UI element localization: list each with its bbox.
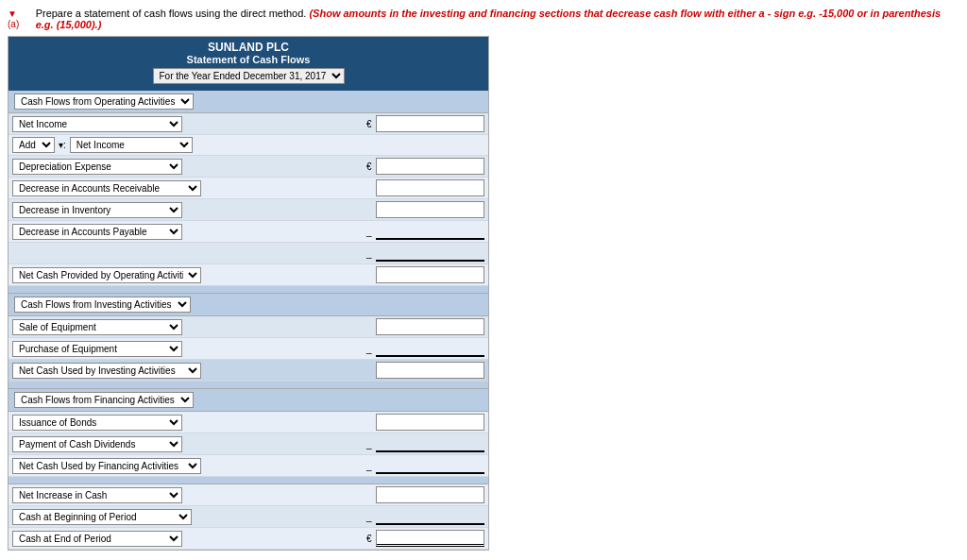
page-wrapper: ▼ (a) Prepare a statement of cash flows … xyxy=(8,8,959,551)
sale-equip-row: Sale of Equipment xyxy=(8,316,488,338)
decrease-ap-prefix: _ xyxy=(366,227,374,237)
cash-beginning-select[interactable]: Cash at Beginning of Period xyxy=(12,509,192,525)
decrease-ap-input[interactable] xyxy=(376,223,484,240)
op-subtotal-input[interactable] xyxy=(376,245,484,262)
net-increase-select[interactable]: Net Increase in Cash xyxy=(12,487,182,503)
issuance-bonds-input-area xyxy=(366,414,484,431)
cash-end-input-area: € xyxy=(366,530,484,547)
payment-div-input-area: _ xyxy=(366,435,484,452)
net-cash-fin-select[interactable]: Net Cash Used by Financing Activities xyxy=(12,458,201,474)
sale-equip-select[interactable]: Sale of Equipment xyxy=(12,319,182,335)
decrease-ap-input-area: _ xyxy=(366,223,484,240)
net-cash-op-input[interactable] xyxy=(376,266,484,283)
spacer-3 xyxy=(8,477,488,484)
payment-div-label: Payment of Cash Dividends xyxy=(12,436,366,452)
cash-beginning-row: Cash at Beginning of Period _ xyxy=(8,506,488,528)
net-cash-op-row: Net Cash Provided by Operating Activitie… xyxy=(8,264,488,286)
decrease-inv-label: Decrease in Inventory xyxy=(12,202,366,218)
add-net-income-row: Add ▾: Net Income xyxy=(8,135,488,156)
net-income-input-area: € xyxy=(366,115,484,132)
decrease-inv-select[interactable]: Decrease in Inventory xyxy=(12,202,182,218)
net-cash-fin-input-area: _ xyxy=(366,457,484,474)
investing-header: Cash Flows from Investing Activities xyxy=(8,294,488,316)
decrease-ap-row: Decrease in Accounts Payable _ xyxy=(8,221,488,243)
cash-beginning-label: Cash at Beginning of Period xyxy=(12,509,366,525)
statement-header: SUNLAND PLC Statement of Cash Flows For … xyxy=(8,37,488,91)
operating-header: Cash Flows from Operating Activities xyxy=(8,91,488,113)
depreciation-input-area: € xyxy=(366,158,484,175)
issuance-bonds-input[interactable] xyxy=(376,414,484,431)
net-increase-input-area xyxy=(366,486,484,503)
net-cash-inv-input-area xyxy=(366,362,484,379)
financing-header-select[interactable]: Cash Flows from Financing Activities xyxy=(14,392,194,408)
net-cash-inv-input[interactable] xyxy=(376,362,484,379)
payment-div-select[interactable]: Payment of Cash Dividends xyxy=(12,436,182,452)
toggle-icon[interactable]: ▼ (a) xyxy=(8,8,30,29)
net-cash-fin-label: Net Cash Used by Financing Activities xyxy=(12,458,366,474)
spacer-2 xyxy=(8,382,488,389)
decrease-ap-label: Decrease in Accounts Payable xyxy=(12,224,366,240)
op-subtotal-row: _ xyxy=(8,243,488,264)
company-name: SUNLAND PLC xyxy=(16,41,481,54)
issuance-bonds-row: Issuance of Bonds xyxy=(8,412,488,433)
instruction-prefix: Prepare a statement of cash flows using … xyxy=(36,8,307,19)
net-cash-op-select[interactable]: Net Cash Provided by Operating Activitie… xyxy=(12,267,201,283)
purchase-equip-input-area: _ xyxy=(366,340,484,357)
net-increase-row: Net Increase in Cash xyxy=(8,484,488,506)
decrease-ap-select[interactable]: Decrease in Accounts Payable xyxy=(12,224,182,240)
depreciation-prefix: € xyxy=(366,161,374,172)
net-cash-op-label: Net Cash Provided by Operating Activitie… xyxy=(12,267,366,283)
instruction-section: ▼ (a) Prepare a statement of cash flows … xyxy=(8,8,959,30)
issuance-bonds-select[interactable]: Issuance of Bonds xyxy=(12,415,182,431)
net-income-input[interactable] xyxy=(376,115,484,132)
sale-equip-input-area xyxy=(366,318,484,335)
cash-beginning-input[interactable] xyxy=(376,508,484,525)
payment-div-row: Payment of Cash Dividends _ xyxy=(8,433,488,455)
operating-header-select[interactable]: Cash Flows from Operating Activities xyxy=(14,93,194,110)
decrease-ar-row: Decrease in Accounts Receivable xyxy=(8,178,488,199)
net-cash-inv-select[interactable]: Net Cash Used by Investing Activities xyxy=(12,363,201,379)
decrease-ar-label: Decrease in Accounts Receivable xyxy=(12,180,366,196)
decrease-ar-input[interactable] xyxy=(376,179,484,196)
op-subtotal-input-area: _ xyxy=(366,245,484,262)
add-select[interactable]: Add xyxy=(12,137,55,153)
sale-equip-input[interactable] xyxy=(376,318,484,335)
net-income-prefix: € xyxy=(366,119,374,129)
investing-header-select[interactable]: Cash Flows from Investing Activities xyxy=(14,297,191,313)
payment-div-input[interactable] xyxy=(376,435,484,452)
depreciation-select[interactable]: Depreciation Expense xyxy=(12,159,182,175)
statement-container: SUNLAND PLC Statement of Cash Flows For … xyxy=(8,36,489,551)
net-income-label-area: Net Income xyxy=(12,116,366,132)
purchase-equip-input[interactable] xyxy=(376,340,484,357)
cash-beginning-input-area: _ xyxy=(366,508,484,525)
net-income-row: Net Income € xyxy=(8,113,488,135)
add-item-select[interactable]: Net Income xyxy=(70,137,193,153)
decrease-inv-input[interactable] xyxy=(376,201,484,218)
depreciation-input[interactable] xyxy=(376,158,484,175)
net-income-select[interactable]: Net Income xyxy=(12,116,182,132)
net-cash-inv-label: Net Cash Used by Investing Activities xyxy=(12,363,366,379)
net-increase-input[interactable] xyxy=(376,486,484,503)
purchase-equip-select[interactable]: Purchase of Equipment xyxy=(12,341,182,357)
spacer-1 xyxy=(8,286,488,294)
net-cash-op-input-area xyxy=(366,266,484,283)
decrease-inv-row: Decrease in Inventory xyxy=(8,199,488,221)
sale-equip-label: Sale of Equipment xyxy=(12,319,366,335)
cash-end-select[interactable]: Cash at End of Period xyxy=(12,531,182,547)
decrease-ar-select[interactable]: Decrease in Accounts Receivable xyxy=(12,180,201,196)
date-select[interactable]: For the Year Ended December 31, 2017 xyxy=(153,68,345,84)
financing-header: Cash Flows from Financing Activities xyxy=(8,389,488,412)
add-row-label: Add ▾: Net Income xyxy=(12,137,484,153)
instruction-text: Prepare a statement of cash flows using … xyxy=(36,8,959,30)
purchase-equip-label: Purchase of Equipment xyxy=(12,341,366,357)
decrease-ar-input-area xyxy=(366,179,484,196)
cash-end-input[interactable] xyxy=(376,530,484,547)
net-cash-fin-input[interactable] xyxy=(376,457,484,474)
net-cash-fin-row: Net Cash Used by Financing Activities _ xyxy=(8,455,488,477)
date-row: For the Year Ended December 31, 2017 xyxy=(16,65,481,87)
issuance-bonds-label: Issuance of Bonds xyxy=(12,415,366,431)
cash-end-label: Cash at End of Period xyxy=(12,531,366,547)
net-cash-inv-row: Net Cash Used by Investing Activities xyxy=(8,360,488,382)
add-separator: ▾: xyxy=(59,140,66,150)
cash-end-row: Cash at End of Period € xyxy=(8,528,488,550)
